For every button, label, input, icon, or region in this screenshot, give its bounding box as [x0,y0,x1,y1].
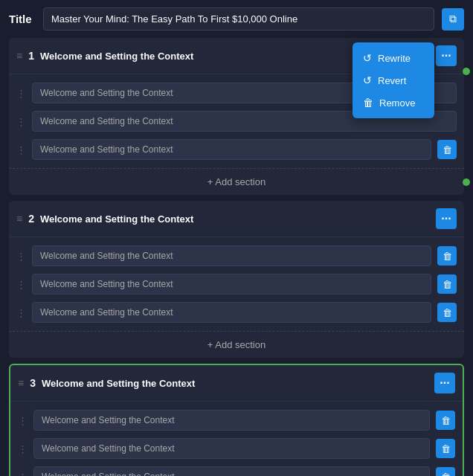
section-2-number: 2 [28,213,34,225]
add-section-label-1: + Add section [207,176,266,187]
item-delete-button-2-1[interactable]: 🗑 [437,246,457,266]
item-input-2-1[interactable] [32,245,431,266]
dropdown-revert[interactable]: ↺ Revert [353,69,434,91]
item-drag-icon-2-3[interactable]: ⋮ [16,307,26,318]
list-item: ⋮ 🗑 [16,135,457,164]
item-drag-icon-1-2[interactable]: ⋮ [16,116,26,127]
title-input[interactable] [43,7,434,30]
drag-handle-icon-3[interactable]: ≡ [18,377,24,389]
item-drag-icon-3-3[interactable]: ⋮ [18,472,28,477]
section-2-items: ⋮ 🗑 ⋮ 🗑 ⋮ 🗑 [9,237,464,331]
green-dot-1 [463,68,470,75]
section-block-3: ≡ 3 Welcome and Setting the Context ··· … [9,364,464,476]
item-drag-icon-2-2[interactable]: ⋮ [16,279,26,290]
section-2-header: ≡ 2 Welcome and Setting the Context ··· [9,201,464,237]
drag-handle-icon-1[interactable]: ≡ [16,50,22,62]
rewrite-icon: ↺ [363,52,372,64]
item-delete-button-3-3[interactable]: 🗑 [436,467,455,476]
item-delete-button-1-3[interactable]: 🗑 [437,140,457,159]
item-delete-button-2-2[interactable]: 🗑 [437,274,457,294]
remove-icon: 🗑 [363,97,373,109]
item-drag-icon-3-1[interactable]: ⋮ [18,415,28,426]
item-input-3-1[interactable] [33,410,430,431]
drag-handle-icon-2[interactable]: ≡ [16,213,22,225]
copy-button[interactable]: ⧉ [442,8,464,30]
remove-label: Remove [379,97,415,109]
dropdown-menu-1: ↺ Rewrite ↺ Revert 🗑 Remove [353,42,434,118]
item-drag-icon-1-1[interactable]: ⋮ [16,88,26,99]
list-item: ⋮ 🗑 [18,406,455,434]
section-block-2: ≡ 2 Welcome and Setting the Context ··· … [9,201,464,358]
more-button-1[interactable]: ··· [436,45,457,66]
item-input-3-3[interactable] [33,466,430,476]
add-section-button-1[interactable]: + Add section [9,168,464,195]
item-input-2-3[interactable] [32,302,431,323]
copy-icon: ⧉ [449,13,457,25]
more-button-3[interactable]: ··· [434,373,455,393]
section-3-items: ⋮ 🗑 ⋮ 🗑 ⋮ 🗑 [10,402,463,476]
sections-container: ≡ 1 Welcome and Setting the Context ··· … [0,38,473,476]
add-section-button-2[interactable]: + Add section [9,331,464,358]
more-button-2[interactable]: ··· [436,208,457,229]
list-item: ⋮ 🗑 [16,242,457,270]
list-item: ⋮ 🗑 [16,298,457,327]
dropdown-remove[interactable]: 🗑 Remove [353,91,434,114]
list-item: ⋮ 🗑 [18,463,455,476]
section-3-header: ≡ 3 Welcome and Setting the Context ··· [10,365,463,402]
revert-icon: ↺ [363,74,372,86]
list-item: ⋮ 🗑 [16,270,457,298]
list-item: ⋮ 🗑 [18,434,455,463]
section-1-number: 1 [28,50,34,62]
section-3-title: Welcome and Setting the Context [42,378,428,389]
section-block-1: ≡ 1 Welcome and Setting the Context ··· … [9,38,464,195]
item-drag-icon-1-3[interactable]: ⋮ [16,144,26,155]
green-dot-2 [463,178,470,186]
item-drag-icon-2-1[interactable]: ⋮ [16,251,26,262]
add-section-label-2: + Add section [207,339,266,350]
dropdown-rewrite[interactable]: ↺ Rewrite [353,47,434,69]
item-input-1-3[interactable] [32,139,431,160]
revert-label: Revert [378,75,406,86]
rewrite-label: Rewrite [378,53,411,64]
item-delete-button-3-1[interactable]: 🗑 [436,411,455,430]
section-3-number: 3 [30,377,36,389]
title-label: Title [9,13,36,25]
section-2-title: Welcome and Setting the Context [40,213,430,225]
item-delete-button-2-3[interactable]: 🗑 [437,303,457,322]
item-drag-icon-3-2[interactable]: ⋮ [18,443,28,454]
title-bar: Title ⧉ [0,0,473,38]
item-input-3-2[interactable] [33,438,430,459]
item-input-2-2[interactable] [32,274,431,295]
item-delete-button-3-2[interactable]: 🗑 [436,439,455,458]
